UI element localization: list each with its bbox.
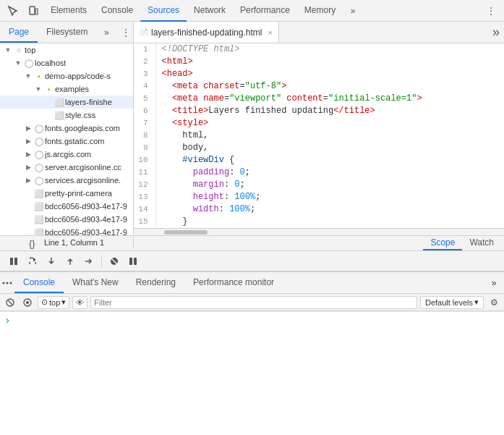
file-tab-close[interactable]: ×	[268, 28, 272, 37]
services-arcgis-icon: ◯	[33, 176, 45, 185]
line-number: 11	[134, 166, 155, 179]
device-toolbar-button[interactable]	[23, 1, 43, 21]
console-filter-input[interactable]	[90, 296, 417, 309]
tree-item-services-arcgis[interactable]: ▶ ◯ services.arcgisonline.	[0, 174, 133, 187]
tab-performance[interactable]: Performance	[233, 0, 297, 22]
line-code[interactable]: padding: 0;	[155, 166, 504, 179]
tree-item-demo-apps[interactable]: ▼ ▪ demo-apps/code-s	[0, 69, 133, 83]
fonts-googleapis-icon: ◯	[33, 124, 45, 133]
deactivate-breakpoints-button[interactable]	[106, 253, 122, 269]
console-tab-whats-new[interactable]: What's New	[64, 272, 127, 293]
status-bar-left: {} Line 1, Column 1	[0, 237, 134, 249]
line-code[interactable]: <head>	[155, 68, 504, 80]
svg-rect-13	[134, 258, 137, 265]
tree-item-layers-html[interactable]: ▶ ⬜ layers-finishe	[0, 96, 133, 109]
inspect-element-button[interactable]	[3, 1, 23, 21]
line-code[interactable]: <html>	[155, 56, 504, 68]
line-code[interactable]: body,	[155, 142, 504, 154]
tree-label-fonts-gstatic: fonts.gstatic.com	[45, 137, 105, 145]
line-code[interactable]: #viewDiv {	[155, 154, 504, 166]
line-code[interactable]: <!DOCTYPE html>	[155, 43, 504, 56]
line-code[interactable]: <style>	[155, 117, 504, 130]
panel-tab-more[interactable]: »	[96, 22, 116, 43]
top-icon: ○	[13, 46, 25, 54]
clear-console-button[interactable]	[3, 295, 17, 310]
context-selector[interactable]: ⊙ top ▾	[38, 296, 69, 309]
tree-item-js-arcgis[interactable]: ▶ ◯ js.arcgis.com	[0, 148, 133, 161]
code-more-button[interactable]: »	[488, 22, 504, 43]
step-out-button[interactable]	[62, 253, 78, 269]
step-button[interactable]	[81, 253, 97, 269]
console-settings-button[interactable]: ⚙	[487, 295, 501, 310]
line-code[interactable]: margin: 0;	[155, 179, 504, 191]
devtools-more-button[interactable]: ⋮	[481, 1, 501, 21]
tab-elements[interactable]: Elements	[43, 0, 94, 22]
tree-item-server-arcgis[interactable]: ▶ ◯ server.arcgisonline.cc	[0, 161, 133, 174]
tree-item-fonts-googleapis[interactable]: ▶ ◯ fonts.googleapis.com	[0, 122, 133, 135]
tab-console[interactable]: Console	[94, 0, 140, 22]
tab-network[interactable]: Network	[187, 0, 233, 22]
panel-kebab-menu[interactable]: ⋮	[119, 22, 133, 43]
console-tab-performance-monitor[interactable]: Performance monitor	[184, 272, 283, 293]
console-panel-menu[interactable]	[0, 272, 14, 293]
line-code[interactable]: <meta name="viewport" content="initial-s…	[155, 93, 504, 105]
tree-item-fonts-gstatic[interactable]: ▶ ◯ fonts.gstatic.com	[0, 135, 133, 148]
console-tab-console[interactable]: Console	[14, 272, 64, 293]
tree-arrow-localhost: ▼	[13, 59, 23, 67]
tree-item-bdcc1[interactable]: ▶ ⬜ bdcc6056-d903-4e17-9	[0, 200, 133, 213]
pause-on-exceptions-button[interactable]	[125, 253, 141, 269]
line-code[interactable]: html,	[155, 130, 504, 142]
pause-resume-button[interactable]	[6, 253, 22, 269]
tab-filesystem[interactable]: Filesystem	[38, 22, 96, 43]
line-code[interactable]: }	[155, 216, 504, 228]
code-line-5: 5 <meta name="viewport" content="initial…	[134, 93, 504, 105]
log-levels-arrow: ▾	[474, 297, 479, 307]
tree-item-top[interactable]: ▼ ○ top	[0, 43, 133, 56]
tree-item-bdcc3[interactable]: ▶ ⬜ bdcc6056-d903-4e17-9	[0, 226, 133, 235]
tree-item-style-css[interactable]: ▶ ⬜ style.css	[0, 109, 133, 122]
tree-item-localhost[interactable]: ▼ ◯ localhost	[0, 56, 133, 69]
eye-icon-button[interactable]: 👁	[72, 296, 87, 309]
tree-label-server-arcgis: server.arcgisonline.cc	[45, 163, 121, 172]
line-number: 9	[134, 142, 155, 154]
line-number: 10	[134, 154, 155, 166]
panel-tab-area: Page Filesystem » ⋮	[0, 22, 134, 43]
code-line-11: 11 padding: 0;	[134, 166, 504, 179]
line-number: 4	[134, 80, 155, 93]
log-levels-selector[interactable]: Default levels ▾	[420, 296, 484, 309]
tree-item-examples[interactable]: ▼ ▪ examples	[0, 83, 133, 96]
line-number: 14	[134, 203, 155, 216]
tree-item-pretty-print[interactable]: ▶ ⬜ pretty-print-camera	[0, 187, 133, 200]
line-number: 5	[134, 93, 155, 105]
console-tab-more[interactable]: »	[484, 272, 504, 293]
tree-arrow-demo: ▼	[23, 72, 33, 80]
file-tree: ▼ ○ top ▼ ◯ localhost ▼ ▪ demo-apps/code…	[0, 43, 134, 235]
tab-page[interactable]: Page	[0, 22, 38, 43]
line-code[interactable]: height: 100%;	[155, 191, 504, 203]
code-editor[interactable]: 1<!DOCTYPE html>2<html>3<head>4 <meta ch…	[134, 43, 504, 228]
tab-more-button[interactable]: »	[343, 0, 363, 22]
status-bar-right: Scope Watch	[134, 236, 504, 250]
tab-sources[interactable]: Sources	[140, 0, 187, 22]
tree-item-bdcc2[interactable]: ▶ ⬜ bdcc6056-d903-4e17-9	[0, 213, 133, 226]
filter-toggle-button[interactable]	[20, 295, 35, 310]
line-code[interactable]: <title>Layers finished updating</title>	[155, 105, 504, 117]
tab-memory[interactable]: Memory	[297, 0, 343, 22]
svg-line-18	[8, 300, 12, 305]
line-code[interactable]: <meta charset="utf-8">	[155, 80, 504, 93]
console-tab-rendering[interactable]: Rendering	[127, 272, 184, 293]
console-area: Console What's New Rendering Performance…	[0, 271, 504, 327]
prompt-chevron: ›	[6, 314, 9, 326]
line-code[interactable]: width: 100%;	[155, 203, 504, 216]
console-input[interactable]	[12, 315, 498, 325]
step-over-button[interactable]	[25, 253, 40, 269]
watch-tab[interactable]: Watch	[462, 236, 501, 250]
file-tab-active[interactable]: 📄 layers-finished-updating.html ×	[134, 22, 279, 43]
position-indicator: {} Line 1, Column 1	[29, 237, 104, 249]
file-tab-icon: 📄	[140, 28, 148, 36]
tree-label-examples: examples	[55, 85, 89, 93]
svg-point-20	[26, 301, 29, 304]
step-into-button[interactable]	[43, 253, 59, 269]
scope-tab[interactable]: Scope	[423, 236, 462, 250]
code-line-7: 7 <style>	[134, 117, 504, 130]
